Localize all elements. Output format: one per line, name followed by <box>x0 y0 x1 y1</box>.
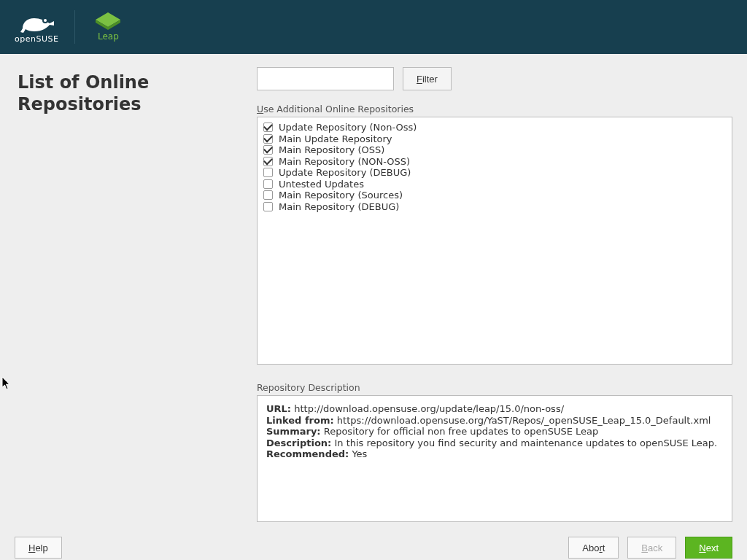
repo-item[interactable]: Main Repository (Sources) <box>260 190 729 201</box>
page-title: List of Online Repositories <box>18 71 249 115</box>
repo-checkbox[interactable] <box>263 190 273 200</box>
repo-item-label: Main Repository (OSS) <box>279 144 384 156</box>
summary-value: Repository for official non free updates… <box>324 426 599 437</box>
chameleon-icon <box>15 11 58 36</box>
repo-item[interactable]: Untested Updates <box>260 179 729 190</box>
help-rest: elp <box>35 542 47 553</box>
header-divider <box>74 10 75 44</box>
repo-item[interactable]: Main Update Repository <box>260 133 729 145</box>
repo-list-label-rest: se Additional Online Repositories <box>263 104 414 114</box>
logo-opensuse: openSUSE <box>15 11 58 44</box>
repo-item[interactable]: Main Repository (OSS) <box>260 144 729 156</box>
back-button: Back <box>627 537 676 559</box>
summary-label: Summary: <box>266 426 321 437</box>
filter-button-rest: ilter <box>422 74 438 85</box>
filter-input[interactable] <box>257 67 394 90</box>
filter-button[interactable]: Filter <box>403 67 452 90</box>
repo-description-label: Repository Description <box>257 382 732 393</box>
repo-checkbox[interactable] <box>263 202 273 211</box>
repo-list-label-mnemonic: U <box>257 104 263 114</box>
brand-text: openSUSE <box>15 34 58 44</box>
product-text: Leap <box>98 31 119 42</box>
recommended-label: Recommended: <box>266 448 349 459</box>
repo-item[interactable]: Main Repository (DEBUG) <box>260 201 729 213</box>
main-panel: Filter Use Additional Online Repositorie… <box>257 54 747 528</box>
repo-checkbox[interactable] <box>263 134 273 144</box>
back-mnemonic: B <box>641 542 648 553</box>
recommended-value: Yes <box>352 448 367 459</box>
url-value: http://download.opensuse.org/update/leap… <box>294 403 564 414</box>
repo-item-label: Main Update Repository <box>279 133 392 145</box>
repo-item-label: Update Repository (Non-Oss) <box>279 122 417 133</box>
repo-item-label: Main Repository (DEBUG) <box>279 201 399 213</box>
repo-item-label: Untested Updates <box>279 179 364 190</box>
help-button[interactable]: Help <box>15 537 62 559</box>
repo-list[interactable]: Update Repository (Non-Oss)Main Update R… <box>257 117 732 365</box>
repo-item[interactable]: Main Repository (NON-OSS) <box>260 156 729 168</box>
repo-description: URL: http://download.opensuse.org/update… <box>257 395 732 522</box>
url-label: URL: <box>266 403 291 414</box>
leap-icon <box>96 12 120 30</box>
abort-pre: Abo <box>582 542 599 553</box>
repo-checkbox[interactable] <box>263 179 273 189</box>
linked-from-value: https://download.opensuse.org/YaST/Repos… <box>337 415 711 426</box>
description-label: Description: <box>266 438 331 448</box>
repo-checkbox[interactable] <box>263 122 273 132</box>
repo-list-label: Use Additional Online Repositories <box>257 104 732 114</box>
next-rest: ext <box>706 542 719 553</box>
repo-checkbox[interactable] <box>263 157 273 166</box>
repo-checkbox[interactable] <box>263 145 273 155</box>
repo-item[interactable]: Update Repository (DEBUG) <box>260 167 729 179</box>
linked-from-label: Linked from: <box>266 415 334 426</box>
help-mnemonic: H <box>28 542 35 553</box>
repo-checkbox[interactable] <box>263 168 273 177</box>
repo-item-label: Main Repository (Sources) <box>279 190 403 201</box>
logo-leap: Leap <box>96 12 120 42</box>
svg-point-1 <box>44 19 47 22</box>
description-value: In this repository you find security and… <box>334 438 717 448</box>
next-mnemonic: N <box>699 542 705 553</box>
filter-row: Filter <box>257 67 732 90</box>
repo-item[interactable]: Update Repository (Non-Oss) <box>260 122 729 133</box>
nav-buttons: Abort Back Next <box>568 537 732 559</box>
next-button[interactable]: Next <box>685 537 732 559</box>
back-rest: ack <box>648 542 662 553</box>
footer: Help Abort Back Next <box>0 528 747 560</box>
repo-item-label: Main Repository (NON-OSS) <box>279 156 410 168</box>
filter-button-mnemonic: F <box>417 74 422 85</box>
abort-post: t <box>603 542 605 553</box>
repo-item-label: Update Repository (DEBUG) <box>279 167 411 179</box>
app-header: openSUSE Leap <box>0 0 747 54</box>
abort-button[interactable]: Abort <box>568 537 619 559</box>
left-panel: List of Online Repositories <box>0 54 257 528</box>
